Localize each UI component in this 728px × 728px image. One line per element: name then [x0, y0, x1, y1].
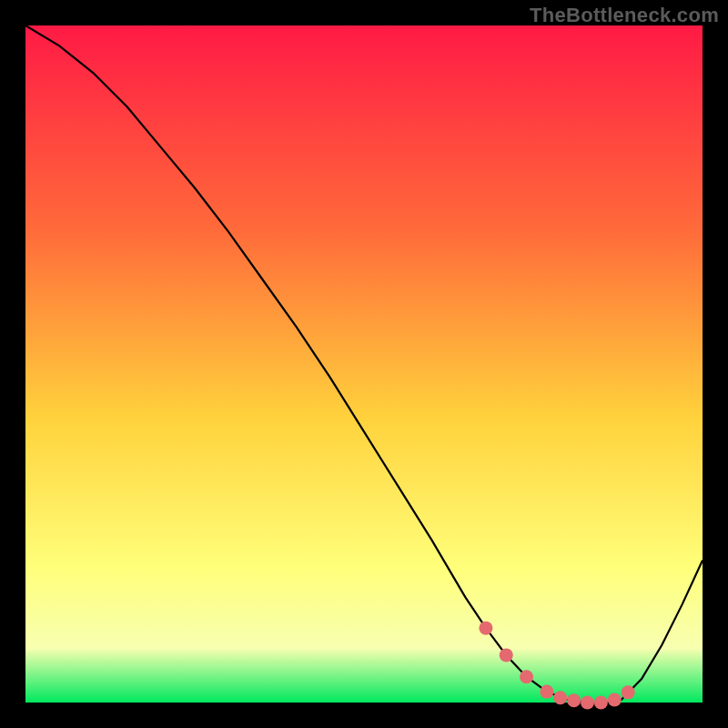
optimal-dot [520, 670, 533, 683]
optimal-dot [594, 696, 608, 710]
chart-frame: TheBottleneck.com [0, 0, 728, 728]
optimal-dot [567, 693, 581, 707]
optimal-dot [479, 622, 492, 635]
optimal-dot [540, 685, 553, 699]
optimal-dot [500, 648, 513, 662]
optimal-dot [553, 691, 567, 704]
plot-background [25, 25, 703, 703]
optimal-dot [608, 693, 622, 707]
optimal-dot [622, 685, 635, 699]
bottleneck-chart [0, 0, 728, 728]
watermark-text: TheBottleneck.com [530, 4, 719, 27]
optimal-dot [581, 696, 594, 710]
